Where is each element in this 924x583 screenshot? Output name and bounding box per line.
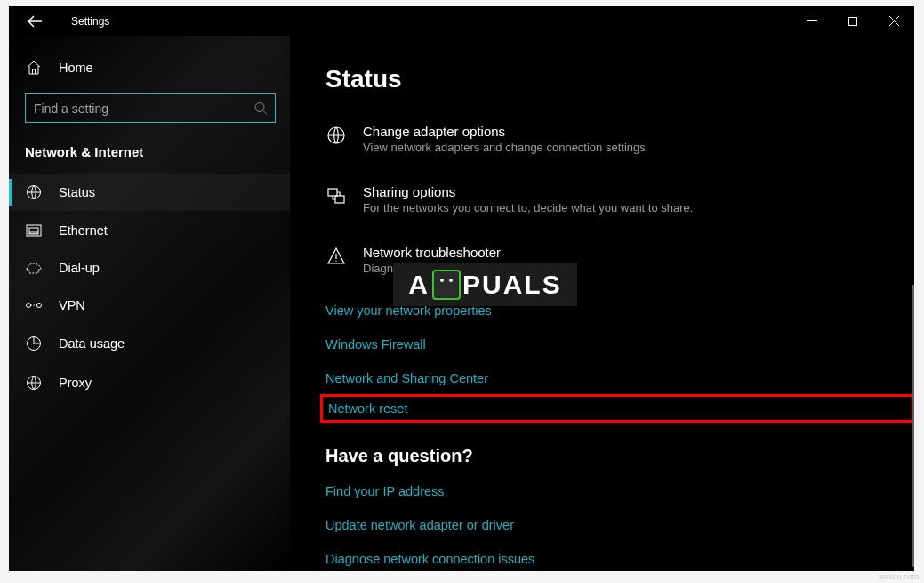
help-heading: Have a question? (325, 446, 914, 466)
sidebar-home[interactable]: Home (9, 49, 290, 86)
link-network-sharing-center[interactable]: Network and Sharing Center (325, 364, 488, 393)
dialup-icon (25, 262, 43, 274)
setting-troubleshooter[interactable]: Network troubleshooter Diagnose and fix … (325, 236, 914, 296)
sidebar-item-label: Dial-up (59, 261, 100, 275)
search-input[interactable] (25, 93, 276, 123)
minimize-button[interactable] (791, 6, 832, 36)
titlebar: Settings (9, 6, 914, 36)
globe-icon (325, 124, 347, 154)
sidebar-item-label: Ethernet (59, 223, 108, 238)
globe-icon (25, 184, 43, 200)
scrollbar[interactable] (912, 285, 914, 567)
svg-point-5 (27, 304, 31, 308)
setting-text: Change adapter options View network adap… (363, 124, 648, 154)
titlebar-left: Settings (16, 6, 109, 36)
sidebar-home-label: Home (59, 61, 93, 75)
svg-point-6 (37, 304, 42, 308)
maximize-button[interactable] (832, 6, 873, 36)
sidebar-item-proxy[interactable]: Proxy (9, 364, 290, 401)
back-button[interactable] (16, 6, 53, 36)
window-title: Settings (71, 15, 109, 28)
close-button[interactable] (873, 6, 914, 36)
ethernet-icon (25, 224, 43, 237)
footer-url: wsxdn.com (879, 572, 919, 581)
sidebar-item-status[interactable]: Status (9, 174, 290, 211)
proxy-icon (25, 375, 43, 391)
setting-desc: View network adapters and change connect… (363, 141, 648, 154)
home-icon (25, 60, 43, 76)
search-wrap (9, 88, 290, 132)
highlighted-link-box: Network reset (320, 394, 914, 423)
window-body: Home Network & Internet Status Ether (9, 36, 914, 571)
setting-desc: For the networks you connect to, decide … (363, 201, 693, 215)
settings-window: Settings Home (9, 6, 914, 571)
help-link-diagnose[interactable]: Diagnose network connection issues (325, 545, 534, 571)
warning-icon (325, 245, 347, 275)
sidebar-item-vpn[interactable]: VPN (9, 287, 290, 323)
sidebar-item-ethernet[interactable]: Ethernet (9, 213, 290, 248)
data-usage-icon (25, 336, 43, 352)
vpn-icon (25, 299, 43, 312)
setting-text: Sharing options For the networks you con… (363, 184, 693, 215)
sidebar-item-label: Data usage (59, 336, 125, 351)
sidebar-item-dialup[interactable]: Dial-up (9, 250, 290, 286)
setting-change-adapter[interactable]: Change adapter options View network adap… (325, 115, 914, 175)
main-content: Status Change adapter options View netwo… (290, 36, 914, 571)
setting-desc: Diagnose and fix network problems. (363, 262, 547, 275)
link-network-reset[interactable]: Network reset (328, 401, 407, 416)
svg-rect-11 (335, 196, 344, 203)
link-network-properties[interactable]: View your network properties (325, 296, 492, 325)
sharing-icon (325, 184, 347, 215)
sidebar: Home Network & Internet Status Ether (9, 36, 290, 571)
sidebar-item-label: Status (59, 185, 95, 199)
svg-rect-10 (328, 189, 337, 196)
links-block: View your network properties Windows Fir… (325, 296, 914, 393)
svg-rect-0 (849, 17, 857, 25)
help-links-block: Find your IP address Update network adap… (325, 477, 914, 571)
window-controls (791, 6, 914, 36)
page-heading: Status (325, 65, 914, 93)
setting-title: Change adapter options (363, 124, 648, 139)
sidebar-item-label: Proxy (59, 376, 92, 390)
setting-title: Sharing options (363, 184, 693, 199)
setting-title: Network troubleshooter (363, 245, 547, 260)
link-windows-firewall[interactable]: Windows Firewall (325, 330, 426, 359)
setting-sharing-options[interactable]: Sharing options For the networks you con… (325, 175, 914, 236)
help-link-adapter[interactable]: Update network adapter or driver (325, 511, 514, 539)
sidebar-item-label: VPN (59, 298, 85, 312)
setting-text: Network troubleshooter Diagnose and fix … (363, 245, 547, 275)
sidebar-category: Network & Internet (9, 134, 290, 172)
help-link-ip[interactable]: Find your IP address (325, 477, 445, 506)
sidebar-item-data-usage[interactable]: Data usage (9, 325, 290, 362)
